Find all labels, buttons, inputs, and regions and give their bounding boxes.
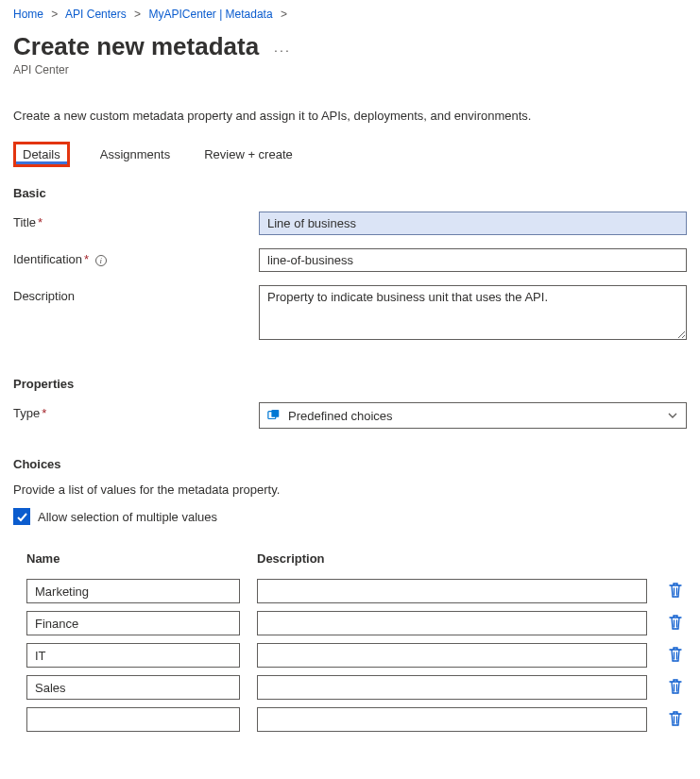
tab-details[interactable]: Details (13, 142, 70, 167)
more-actions-button[interactable]: ··· (274, 42, 291, 61)
tabs: Details Assignments Review + create (13, 142, 687, 167)
check-icon (16, 511, 28, 523)
choice-row (26, 611, 687, 635)
choice-row (26, 675, 687, 700)
breadcrumb-home[interactable]: Home (13, 8, 43, 21)
choice-desc-input[interactable] (257, 675, 647, 700)
allow-multi-checkbox[interactable] (13, 508, 30, 525)
choice-name-input[interactable] (26, 579, 240, 603)
section-basic: Basic (13, 186, 687, 200)
description-label: Description (13, 285, 259, 303)
section-properties: Properties (13, 377, 687, 391)
svg-rect-1 (271, 410, 279, 417)
tab-assignments[interactable]: Assignments (96, 142, 174, 167)
title-label: Title* (13, 212, 259, 229)
allow-multi-label: Allow selection of multiple values (38, 510, 217, 524)
delete-choice-button[interactable] (664, 646, 687, 666)
chevron-down-icon (667, 410, 678, 421)
type-value: Predefined choices (288, 409, 393, 423)
required-indicator: * (38, 215, 43, 229)
trash-icon (668, 646, 683, 663)
delete-choice-button[interactable] (664, 614, 687, 634)
breadcrumb-current[interactable]: MyAPICenter | Metadata (148, 8, 272, 21)
trash-icon (668, 582, 683, 599)
choices-grid: Name Description (26, 551, 687, 732)
choices-description: Provide a list of values for the metadat… (13, 483, 687, 497)
description-textarea[interactable] (259, 285, 687, 340)
tab-review-create[interactable]: Review + create (200, 142, 297, 167)
choice-desc-input[interactable] (257, 707, 647, 732)
choice-desc-input[interactable] (257, 643, 647, 668)
page-subtitle: API Center (13, 63, 687, 76)
required-indicator: * (42, 406, 46, 420)
predefined-choices-icon (267, 409, 281, 422)
intro-text: Create a new custom metadata property an… (13, 109, 687, 123)
breadcrumb: Home > API Centers > MyAPICenter | Metad… (13, 6, 687, 28)
trash-icon (668, 614, 683, 631)
section-choices: Choices (13, 457, 687, 471)
required-indicator: * (84, 252, 89, 266)
choice-name-input[interactable] (26, 643, 240, 668)
col-name-header: Name (26, 551, 240, 566)
identification-label: Identification* i (13, 248, 259, 266)
chevron-right-icon: > (134, 8, 141, 21)
choice-name-input[interactable] (26, 675, 240, 700)
choice-name-input[interactable] (26, 707, 240, 732)
delete-choice-button[interactable] (664, 678, 687, 698)
delete-choice-button[interactable] (664, 710, 687, 730)
type-select[interactable]: Predefined choices (259, 402, 687, 429)
delete-choice-button[interactable] (664, 582, 687, 601)
chevron-right-icon: > (51, 8, 58, 21)
choice-desc-input[interactable] (257, 579, 647, 603)
type-label: Type* (13, 402, 259, 420)
choice-name-input[interactable] (26, 611, 240, 635)
choice-row (26, 643, 687, 668)
chevron-right-icon: > (281, 8, 287, 21)
info-icon[interactable]: i (95, 255, 107, 266)
col-desc-header: Description (257, 551, 647, 566)
trash-icon (668, 710, 683, 727)
trash-icon (668, 678, 683, 695)
choice-desc-input[interactable] (257, 611, 647, 635)
page-title: Create new metadata (13, 32, 259, 61)
identification-input[interactable] (259, 248, 687, 272)
title-input[interactable] (259, 212, 687, 235)
choice-row (26, 579, 687, 603)
choice-row (26, 707, 687, 732)
breadcrumb-api-centers[interactable]: API Centers (65, 8, 127, 21)
